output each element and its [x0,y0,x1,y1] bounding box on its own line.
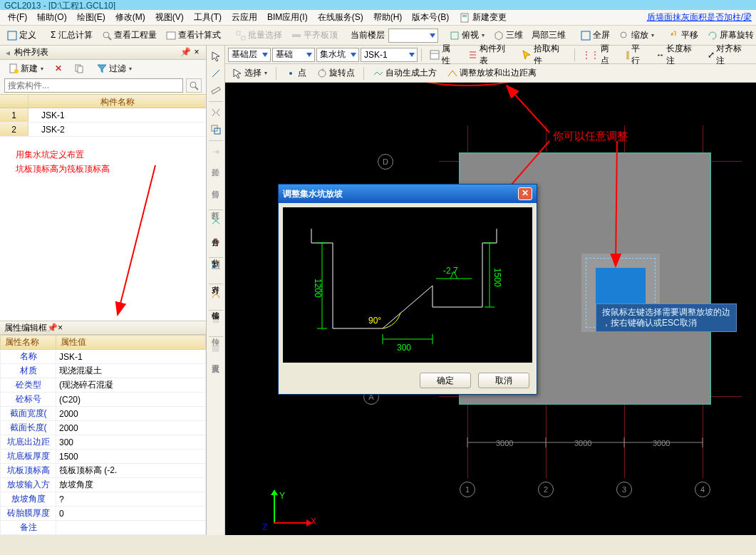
table-row[interactable]: 2 JSK-2 [0,123,206,137]
table-row[interactable]: 1 JSK-1 [0,108,206,123]
tool-cursor[interactable] [208,48,224,64]
table-row[interactable]: 备注 [1,521,206,535]
menu-view[interactable]: 视图(V) [150,9,189,26]
close-icon[interactable]: × [58,323,63,333]
merge-icon [210,215,222,227]
tool-align[interactable] [208,261,224,276]
pin-icon[interactable]: 📌 [47,323,58,333]
adjust-slope-label: 调整放坡和出边距离 [460,67,537,79]
floor-combo[interactable]: 基础层 [228,48,271,62]
type-combo[interactable]: 集水坑 [316,48,359,62]
category-combo[interactable]: 基础 [272,48,315,62]
member-combo[interactable]: JSK-1 [361,48,418,62]
tool-line[interactable] [208,66,224,81]
table-row[interactable]: 砖胎膜厚度0 [1,507,206,521]
new-member-button[interactable]: 新建▾ [4,61,47,77]
pin-icon[interactable]: 📌 [180,48,190,58]
table-row[interactable]: 坑底板厚度1500 [1,450,206,464]
define-button[interactable]: 定义 [3,27,40,43]
tool-measure[interactable] [208,83,224,98]
filter-button[interactable]: 过滤▾ [93,61,135,77]
menu-modify[interactable]: 修改(M) [110,9,150,26]
delete-button[interactable]: ✕ [51,61,66,76]
menu-file[interactable]: 件(F) [3,9,32,26]
prop-value[interactable]: (C20) [56,393,206,407]
prop-value[interactable]: 0 [56,507,206,521]
dialog-close-button[interactable]: ✕ [518,187,532,200]
menu-version[interactable]: 版本号(B) [407,9,454,26]
prop-value[interactable]: 300 [56,435,206,450]
auto-earth-button[interactable]: 自动生成土方 [369,65,440,81]
line-icon [210,68,222,79]
cube-icon [493,30,504,41]
ok-button[interactable]: 确定 [420,373,471,388]
view-qty-button[interactable]: 查看工程量 [98,27,160,43]
flat-slab-button[interactable]: 平齐板顶 [287,27,341,43]
tool-break[interactable]: ≡ [208,187,224,202]
align-dim-label: 对齐标注 [716,43,750,67]
expand-icon[interactable]: ◂ [4,48,11,58]
batch-select-button[interactable]: 批量选择 [232,27,286,43]
menu-cloud[interactable]: 云应用 [227,9,262,26]
tool-split[interactable] [208,234,224,250]
table-row[interactable]: 材质现浇混凝土 [1,364,206,378]
help-link[interactable]: 盾墙面抹灰面积是否加柱/梁 [647,11,752,24]
tool-offset2[interactable] [208,287,224,303]
cancel-button[interactable]: 取消 [478,373,529,388]
menu-tools[interactable]: 工具(T) [189,9,227,26]
adjust-slope-dialog: 调整集水坑放坡 ✕ 1200 1500 300 [278,184,537,395]
prop-value[interactable]: 筏板顶标高 (-2. [56,464,206,478]
prop-value[interactable] [56,521,206,535]
select-button[interactable]: 选择▾ [228,65,271,81]
copy-button[interactable] [70,61,88,76]
table-row[interactable]: 坑板顶标高筏板顶标高 (-2. [1,464,206,478]
table-row[interactable]: 截面长度(2000 [1,421,206,435]
svg-point-33 [319,70,326,77]
dialog-canvas[interactable]: 1200 1500 300 -2.7 90° [283,207,532,363]
separator [209,101,223,102]
menu-draw[interactable]: 绘图(E) [72,9,110,26]
table-row[interactable]: 放坡输入方放坡角度 [1,478,206,492]
prop-value[interactable]: (现浇碎石混凝 [56,378,206,393]
tool-mirror[interactable] [208,105,224,120]
prop-value[interactable]: ? [56,492,206,507]
tool-trim[interactable]: ✂ [208,165,224,181]
adjust-slope-button[interactable]: 调整放坡和出边距离 [443,65,540,81]
menu-help[interactable]: 帮助(H) [368,9,408,26]
tool-offset[interactable] [208,122,224,138]
table-row[interactable]: 砼标号(C20) [1,393,206,407]
tool-extend[interactable]: ⇥ [208,144,224,160]
prop-value[interactable]: 放坡角度 [56,478,206,492]
tool-stretch[interactable]: ⇔ [208,313,224,329]
tool-grip[interactable]: ▦ [208,340,224,356]
new-change-button[interactable]: 新建变更 [454,9,512,26]
menu-assist[interactable]: 辅助(O) [32,9,71,26]
svg-rect-2 [462,16,467,17]
search-input[interactable] [4,78,183,93]
table-row[interactable]: 名称JSK-1 [1,350,206,364]
prop-value[interactable]: 现浇混凝土 [56,364,206,378]
current-floor-combo[interactable] [388,28,438,43]
sum-calc-button[interactable]: Σ 汇总计算 [47,27,96,43]
lendim-icon: ↔ [656,50,665,60]
search-button[interactable] [186,78,202,93]
prop-value[interactable]: 2000 [56,407,206,421]
ruler-icon [210,85,222,96]
prop-value[interactable]: JSK-1 [56,350,206,364]
close-icon[interactable]: × [192,48,202,58]
table-row[interactable]: 坑底出边距300 [1,435,206,450]
prop-value[interactable]: 1500 [56,450,206,464]
view-formula-button[interactable]: 查看计算式 [162,27,224,43]
table-row[interactable]: 放坡角度? [1,492,206,507]
menu-bim[interactable]: BIM应用(I) [262,9,313,26]
dialog-titlebar[interactable]: 调整集水坑放坡 ✕ [279,185,537,203]
prop-value[interactable]: 2000 [56,421,206,435]
rotate-point-button[interactable]: 旋转点 [313,65,358,81]
x-label: X [311,517,316,527]
menu-online[interactable]: 在线服务(S) [313,9,368,26]
table-row[interactable]: 砼类型(现浇碎石混凝 [1,378,206,393]
view-qty-label: 查看工程量 [114,29,157,41]
table-row[interactable]: 截面宽度(2000 [1,407,206,421]
point-button[interactable]: 点 [281,65,310,81]
tool-merge[interactable] [208,213,224,229]
